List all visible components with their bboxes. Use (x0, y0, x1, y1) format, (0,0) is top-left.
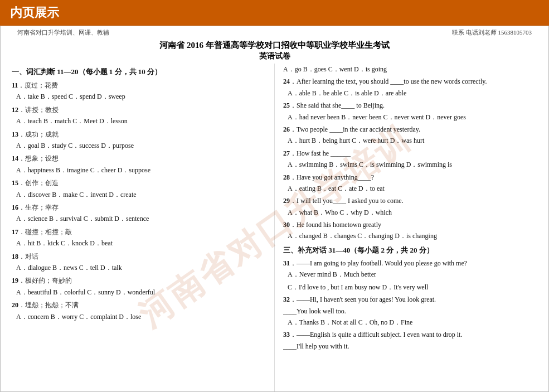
q-text: A．go B．goes C．went D．is going (283, 64, 537, 75)
q-options: A．changed B．changes C．changing D．is chan… (288, 230, 537, 241)
left-question-item: 16．生存；幸存A．science B．survival C．submit D．… (12, 202, 266, 225)
q-options: A．able B．be able C．is able D．are able (288, 88, 537, 99)
right-column: A．go B．goes C．went D．is going24．After le… (283, 64, 537, 391)
dialogue-text: 33．——English is quite a difficult subjec… (283, 329, 537, 340)
q-number: 17．碰撞；相撞；敲 (12, 226, 266, 238)
q-chinese: 创作；创造 (25, 179, 59, 187)
q-number: 16．生存；幸存 (12, 202, 266, 213)
doc-title: 河南省 2016 年普通高等学校对口招收中等职业学校毕业生考试 (1, 40, 548, 51)
meta-left: 河南省对口升学培训、网课、教辅 (17, 28, 109, 37)
dialogue-questions: 31．——I am going to play football. Would … (283, 258, 537, 352)
q-number: 14．想象；设想 (12, 153, 266, 164)
q-options: A．dialogue B．news C．tell D．talk (16, 262, 266, 273)
q-options: A．concern B．worry C．complaint D．lose (16, 311, 266, 322)
q-options: A．happiness B．imagine C．cheer D．suppose (16, 164, 266, 176)
q-options: A．take B．speed C．spend D．sweep (16, 91, 266, 102)
right-question-item: 25．She said that she____ to Beijing.A．ha… (283, 100, 537, 123)
q-number: 20．埋怨；抱怨；不满 (12, 299, 266, 311)
q-chinese: 想象；设想 (25, 154, 59, 162)
left-question-item: 19．极好的；奇妙的A．beautiful B．colorful C．sunny… (12, 275, 266, 298)
left-questions: 11．度过；花费A．take B．speed C．spend D．sweep12… (12, 80, 266, 322)
dialogue-text: 31．——I am going to play football. Would … (283, 258, 537, 269)
q-chinese: 碰撞；相撞；敲 (25, 228, 72, 236)
q-chinese: 度过；花费 (25, 81, 58, 89)
left-column: 一、词汇判断 11—20（每小题 1 分，共 10 分） 11．度过；花费A．t… (12, 64, 266, 391)
left-question-item: 12．讲授；教授A．teach B．match C．Meet D．lesson (12, 104, 266, 127)
q-options: A．Thanks B．Not at all C．Oh, no D．Fine (288, 317, 537, 328)
q-text: 28．Have you got anything____? (283, 172, 537, 183)
q-chinese: 讲授；教授 (25, 106, 59, 114)
q-chinese: 埋怨；抱怨；不满 (25, 301, 79, 309)
section3-header: 三、补充对话 31—40（每小题 2 分，共 20 分） (283, 244, 537, 257)
q-options: A．goal B．study C．success D．purpose (16, 140, 266, 151)
right-question-item: 28．Have you got anything____?A．eating B．… (283, 172, 537, 195)
q-options: A．eating B．eat C．ate D．to eat (288, 183, 537, 194)
q-number: 15．创作；创造 (12, 177, 266, 188)
q-options: A．hurt B．being hurt C．were hurt D．was hu… (288, 135, 537, 146)
q-options: A．discover B．make C．invent D．create (16, 189, 266, 200)
left-question-item: 17．碰撞；相撞；敲A．hit B．kick C．knock D．beat (12, 226, 266, 249)
q-options: A．had never been B．never been C．never we… (288, 112, 537, 123)
left-question-item: 18．对话A．dialogue B．news C．tell D．talk (12, 251, 266, 274)
q-chinese: 对话 (25, 253, 38, 260)
left-question-item: 14．想象；设想A．happiness B．imagine C．cheer D．… (12, 153, 266, 176)
right-question-item: 26．Two people ____in the car accident ye… (283, 124, 537, 147)
q-options: A．hit B．kick C．knock D．beat (16, 238, 266, 249)
dialogue-item: 33．——English is quite a difficult subjec… (283, 329, 537, 352)
header-bar: 内页展示 (0, 0, 549, 26)
q-chinese: 成功；成就 (25, 130, 59, 138)
right-question-item: 27．How fast he ______A．swimming B．swims … (283, 148, 537, 171)
q-number: 12．讲授；教授 (12, 104, 266, 115)
document-wrapper: 河南省对口升学培训、网课、教辅 联系 电话刘老师 15638105703 河南省… (0, 26, 549, 392)
q-number: 13．成功；成就 (12, 129, 266, 140)
q-text: 26．Two people ____in the car accident ye… (283, 124, 537, 135)
section1-header: 一、词汇判断 11—20（每小题 1 分，共 10 分） (12, 66, 266, 78)
q-text: 25．She said that she____ to Beijing. (283, 100, 537, 111)
dialogue-blank: ____I'll help you with it. (283, 341, 537, 352)
q-text: 24．After learning the text, you should _… (283, 76, 537, 87)
right-question-item: 24．After learning the text, you should _… (283, 76, 537, 99)
q-text: 27．How fast he ______ (283, 148, 537, 159)
q-options: A．what B．Who C．why D．which (288, 207, 537, 218)
q-options-2: C．I'd love to , but I am busy now D．It's… (288, 282, 537, 293)
doc-meta-bar: 河南省对口升学培训、网课、教辅 联系 电话刘老师 15638105703 (1, 26, 548, 39)
q-options: A．science B．survival C．submit D．sentence (16, 213, 266, 224)
q-number: 11．度过；花费 (12, 80, 266, 91)
q-number: 18．对话 (12, 251, 266, 262)
doc-subtitle: 英语试卷 (1, 51, 548, 61)
q-options: A．Never mind B．Much better (288, 269, 537, 280)
dialogue-item: 32．——Hi, I haven't seen you for ages! Yo… (283, 294, 537, 328)
q-options: A．teach B．match C．Meet D．lesson (16, 115, 266, 127)
dialogue-item: 31．——I am going to play football. Would … (283, 258, 537, 293)
left-question-item: 13．成功；成就A．goal B．study C．success D．purpo… (12, 129, 266, 152)
meta-right: 联系 电话刘老师 15638105703 (452, 28, 532, 37)
q-text: 30．He found his hometown greatly (283, 219, 537, 230)
left-question-item: 20．埋怨；抱怨；不满A．concern B．worry C．complaint… (12, 299, 266, 322)
q-text: 29．I will tell you____ I asked you to co… (283, 195, 537, 206)
left-question-item: 11．度过；花费A．take B．speed C．spend D．sweep (12, 80, 266, 103)
right-question-item: A．go B．goes C．went D．is going (283, 64, 537, 75)
q-options: A．beautiful B．colorful C．sunny D．wonderf… (16, 287, 266, 298)
left-question-item: 15．创作；创造A．discover B．make C．invent D．cre… (12, 177, 266, 200)
right-question-item: 30．He found his hometown greatlyA．change… (283, 219, 537, 242)
right-questions: A．go B．goes C．went D．is going24．After le… (283, 64, 537, 242)
q-number: 19．极好的；奇妙的 (12, 275, 266, 286)
q-chinese: 极好的；奇妙的 (25, 277, 72, 284)
header-title: 内页展示 (10, 6, 59, 20)
dialogue-text: 32．——Hi, I haven't seen you for ages! Yo… (283, 294, 537, 305)
right-question-item: 29．I will tell you____ I asked you to co… (283, 195, 537, 218)
q-options: A．swimming B．swims C．is swimming D．swimm… (288, 159, 537, 170)
doc-content: 一、词汇判断 11—20（每小题 1 分，共 10 分） 11．度过；花费A．t… (1, 64, 548, 391)
q-chinese: 生存；幸存 (25, 204, 59, 211)
dialogue-blank: ____You look well too. (283, 306, 537, 317)
